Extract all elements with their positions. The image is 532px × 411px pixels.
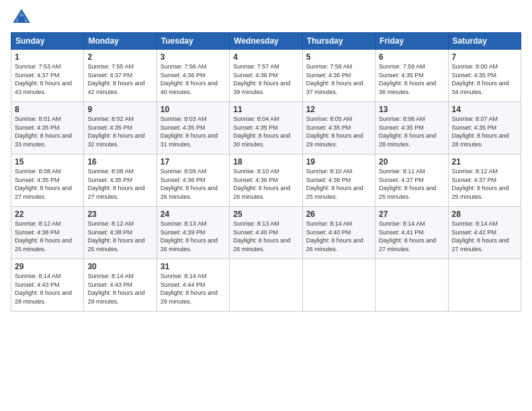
day-info: Sunrise: 8:12 AMSunset: 4:38 PMDaylight:… xyxy=(87,220,144,253)
day-info: Sunrise: 7:57 AMSunset: 4:36 PMDaylight:… xyxy=(233,63,290,95)
day-cell: 23 Sunrise: 8:12 AMSunset: 4:38 PMDaylig… xyxy=(84,207,157,259)
day-info: Sunrise: 8:05 AMSunset: 4:35 PMDaylight:… xyxy=(306,116,363,148)
day-cell: 10 Sunrise: 8:03 AMSunset: 4:35 PMDaylig… xyxy=(157,102,229,154)
day-info: Sunrise: 8:10 AMSunset: 4:36 PMDaylight:… xyxy=(233,168,290,200)
day-cell: 8 Sunrise: 8:01 AMSunset: 4:35 PMDayligh… xyxy=(11,102,84,154)
day-number: 20 xyxy=(379,157,444,167)
week-row-5: 29 Sunrise: 8:14 AMSunset: 4:43 PMDaylig… xyxy=(11,259,521,312)
day-cell xyxy=(302,259,375,312)
day-info: Sunrise: 8:00 AMSunset: 4:35 PMDaylight:… xyxy=(452,63,509,95)
day-number: 11 xyxy=(233,105,298,114)
day-cell: 25 Sunrise: 8:13 AMSunset: 4:40 PMDaylig… xyxy=(230,207,302,259)
day-number: 19 xyxy=(306,157,371,167)
day-info: Sunrise: 8:07 AMSunset: 4:35 PMDaylight:… xyxy=(452,116,509,148)
day-number: 3 xyxy=(161,52,226,62)
day-info: Sunrise: 8:14 AMSunset: 4:44 PMDaylight:… xyxy=(161,273,218,305)
day-cell: 6 Sunrise: 7:59 AMSunset: 4:35 PMDayligh… xyxy=(375,50,448,102)
day-number: 14 xyxy=(452,105,517,114)
day-number: 5 xyxy=(306,52,371,62)
day-number: 29 xyxy=(15,262,80,271)
week-row-4: 22 Sunrise: 8:12 AMSunset: 4:38 PMDaylig… xyxy=(11,207,521,259)
day-cell: 11 Sunrise: 8:04 AMSunset: 4:35 PMDaylig… xyxy=(230,102,302,154)
day-number: 13 xyxy=(379,105,444,114)
day-number: 18 xyxy=(233,157,298,167)
weekday-header-friday: Friday xyxy=(375,33,448,50)
day-info: Sunrise: 8:01 AMSunset: 4:35 PMDaylight:… xyxy=(15,116,72,148)
weekday-header-wednesday: Wednesday xyxy=(230,33,302,50)
weekday-header-thursday: Thursday xyxy=(302,33,375,50)
day-cell: 3 Sunrise: 7:56 AMSunset: 4:36 PMDayligh… xyxy=(157,50,229,102)
day-info: Sunrise: 8:13 AMSunset: 4:40 PMDaylight:… xyxy=(233,220,290,253)
day-cell: 28 Sunrise: 8:14 AMSunset: 4:42 PMDaylig… xyxy=(448,207,521,259)
day-number: 23 xyxy=(87,210,152,219)
day-number: 21 xyxy=(452,157,517,167)
day-info: Sunrise: 8:12 AMSunset: 4:38 PMDaylight:… xyxy=(15,220,72,253)
day-info: Sunrise: 8:10 AMSunset: 4:36 PMDaylight:… xyxy=(306,168,363,200)
day-number: 22 xyxy=(15,210,80,219)
day-info: Sunrise: 7:55 AMSunset: 4:37 PMDaylight:… xyxy=(87,63,144,95)
day-info: Sunrise: 8:06 AMSunset: 4:35 PMDaylight:… xyxy=(379,116,436,148)
calendar-table: SundayMondayTuesdayWednesdayThursdayFrid… xyxy=(11,32,521,312)
day-cell: 22 Sunrise: 8:12 AMSunset: 4:38 PMDaylig… xyxy=(11,207,84,259)
day-cell: 17 Sunrise: 8:09 AMSunset: 4:36 PMDaylig… xyxy=(157,154,229,207)
day-info: Sunrise: 8:02 AMSunset: 4:35 PMDaylight:… xyxy=(87,116,144,148)
week-row-1: 1 Sunrise: 7:53 AMSunset: 4:37 PMDayligh… xyxy=(11,50,521,102)
weekday-header-tuesday: Tuesday xyxy=(157,33,229,50)
day-cell: 2 Sunrise: 7:55 AMSunset: 4:37 PMDayligh… xyxy=(84,50,157,102)
day-info: Sunrise: 8:08 AMSunset: 4:35 PMDaylight:… xyxy=(87,168,144,200)
day-number: 26 xyxy=(306,210,371,219)
day-info: Sunrise: 8:14 AMSunset: 4:41 PMDaylight:… xyxy=(379,220,436,253)
day-info: Sunrise: 8:04 AMSunset: 4:35 PMDaylight:… xyxy=(233,116,290,148)
day-cell: 13 Sunrise: 8:06 AMSunset: 4:35 PMDaylig… xyxy=(375,102,448,154)
day-number: 31 xyxy=(161,262,226,271)
day-cell: 29 Sunrise: 8:14 AMSunset: 4:43 PMDaylig… xyxy=(11,259,84,312)
day-cell: 15 Sunrise: 8:08 AMSunset: 4:35 PMDaylig… xyxy=(11,154,84,207)
day-info: Sunrise: 8:11 AMSunset: 4:37 PMDaylight:… xyxy=(379,168,436,200)
day-cell: 12 Sunrise: 8:05 AMSunset: 4:35 PMDaylig… xyxy=(302,102,375,154)
day-number: 28 xyxy=(452,210,517,219)
svg-rect-2 xyxy=(18,16,25,23)
day-cell: 24 Sunrise: 8:13 AMSunset: 4:39 PMDaylig… xyxy=(157,207,229,259)
day-info: Sunrise: 7:53 AMSunset: 4:37 PMDaylight:… xyxy=(15,63,72,95)
week-row-3: 15 Sunrise: 8:08 AMSunset: 4:35 PMDaylig… xyxy=(11,154,521,207)
day-number: 17 xyxy=(161,157,226,167)
weekday-header-monday: Monday xyxy=(84,33,157,50)
day-info: Sunrise: 8:12 AMSunset: 4:37 PMDaylight:… xyxy=(452,168,509,200)
day-info: Sunrise: 8:08 AMSunset: 4:35 PMDaylight:… xyxy=(15,168,72,200)
day-cell: 4 Sunrise: 7:57 AMSunset: 4:36 PMDayligh… xyxy=(230,50,302,102)
day-cell: 19 Sunrise: 8:10 AMSunset: 4:36 PMDaylig… xyxy=(302,154,375,207)
day-cell: 21 Sunrise: 8:12 AMSunset: 4:37 PMDaylig… xyxy=(448,154,521,207)
day-cell: 9 Sunrise: 8:02 AMSunset: 4:35 PMDayligh… xyxy=(84,102,157,154)
day-cell: 16 Sunrise: 8:08 AMSunset: 4:35 PMDaylig… xyxy=(84,154,157,207)
day-number: 2 xyxy=(87,52,152,62)
day-number: 9 xyxy=(87,105,152,114)
day-number: 8 xyxy=(15,105,80,114)
day-info: Sunrise: 8:09 AMSunset: 4:36 PMDaylight:… xyxy=(161,168,218,200)
day-cell xyxy=(230,259,302,312)
day-number: 4 xyxy=(233,52,298,62)
day-info: Sunrise: 8:13 AMSunset: 4:39 PMDaylight:… xyxy=(161,220,218,253)
day-info: Sunrise: 8:14 AMSunset: 4:43 PMDaylight:… xyxy=(87,273,144,305)
week-row-2: 8 Sunrise: 8:01 AMSunset: 4:35 PMDayligh… xyxy=(11,102,521,154)
day-info: Sunrise: 8:14 AMSunset: 4:42 PMDaylight:… xyxy=(452,220,509,253)
day-cell: 14 Sunrise: 8:07 AMSunset: 4:35 PMDaylig… xyxy=(448,102,521,154)
day-info: Sunrise: 8:14 AMSunset: 4:40 PMDaylight:… xyxy=(306,220,363,253)
day-cell: 18 Sunrise: 8:10 AMSunset: 4:36 PMDaylig… xyxy=(230,154,302,207)
day-cell xyxy=(375,259,448,312)
day-info: Sunrise: 7:56 AMSunset: 4:36 PMDaylight:… xyxy=(161,63,218,95)
day-info: Sunrise: 7:58 AMSunset: 4:36 PMDaylight:… xyxy=(306,63,363,95)
weekday-header-saturday: Saturday xyxy=(448,33,521,50)
day-number: 7 xyxy=(452,52,517,62)
day-cell: 7 Sunrise: 8:00 AMSunset: 4:35 PMDayligh… xyxy=(448,50,521,102)
day-number: 16 xyxy=(87,157,152,167)
day-number: 1 xyxy=(15,52,80,62)
day-number: 30 xyxy=(87,262,152,271)
header xyxy=(11,7,521,28)
day-info: Sunrise: 8:03 AMSunset: 4:35 PMDaylight:… xyxy=(161,116,218,148)
day-number: 25 xyxy=(233,210,298,219)
logo-icon xyxy=(11,7,32,28)
day-cell: 1 Sunrise: 7:53 AMSunset: 4:37 PMDayligh… xyxy=(11,50,84,102)
day-cell: 26 Sunrise: 8:14 AMSunset: 4:40 PMDaylig… xyxy=(302,207,375,259)
day-cell: 27 Sunrise: 8:14 AMSunset: 4:41 PMDaylig… xyxy=(375,207,448,259)
day-number: 27 xyxy=(379,210,444,219)
